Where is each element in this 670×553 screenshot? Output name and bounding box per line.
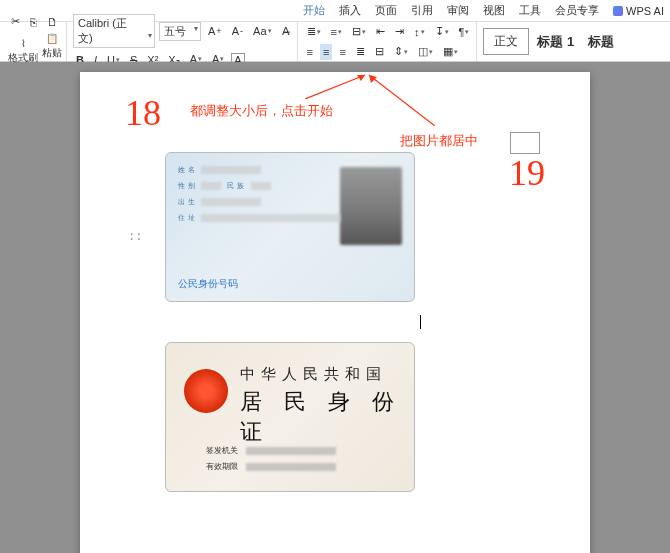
menu-insert[interactable]: 插入: [339, 3, 361, 18]
annotation-text-1: 都调整大小后，点击开始: [190, 102, 333, 120]
id-number-label: 公民身份号码: [178, 277, 238, 291]
svg-line-0: [305, 75, 365, 99]
id-photo: [340, 167, 402, 245]
menu-tools[interactable]: 工具: [519, 3, 541, 18]
document-canvas: 18 都调整大小后，点击开始 把图片都居中 19 :: 姓 名 性 别民 族 出…: [0, 62, 670, 553]
selection-handle: [510, 132, 540, 154]
multilevel-icon[interactable]: ⊟▾: [349, 23, 369, 40]
blurred-value: [201, 166, 261, 174]
id-issuer-label: 签发机关: [206, 445, 238, 456]
align-center-icon[interactable]: ≡: [320, 44, 332, 60]
decrease-indent-icon[interactable]: ⇤: [373, 23, 388, 40]
id-back-title-line1: 中华人民共和国: [240, 365, 387, 384]
blurred-value: [201, 214, 341, 222]
font-group: Calibri (正文) 五号 A+ A- Aa▾ A̶ B I U▾ S X²…: [69, 22, 298, 61]
new-icon[interactable]: 🗋: [44, 14, 61, 30]
show-marks-icon[interactable]: ¶▾: [456, 24, 473, 40]
menu-start[interactable]: 开始: [303, 3, 325, 18]
menu-review[interactable]: 审阅: [447, 3, 469, 18]
borders-icon[interactable]: ▦▾: [440, 43, 461, 60]
blurred-value: [201, 198, 261, 206]
id-sex-label: 性 别: [178, 181, 195, 191]
annotation-step-19: 19: [509, 152, 545, 194]
annotation-arrow-2: [365, 71, 435, 126]
wpsai-icon: [613, 6, 623, 16]
paste-icon: 📋: [46, 33, 58, 44]
paragraph-group: ≣▾ ≡▾ ⊟▾ ⇤ ⇥ ↕▾ ↧▾ ¶▾ ≡ ≡ ≡ ≣ ⊟ ⇕▾ ◫▾ ▦▾: [300, 22, 478, 61]
id-back-title-line2: 居 民 身 份 证: [240, 387, 414, 447]
grow-font-icon[interactable]: A+: [205, 23, 225, 39]
align-distribute-icon[interactable]: ⊟: [372, 43, 387, 60]
copy-icon[interactable]: ⎘: [27, 14, 40, 30]
blurred-value: [246, 447, 336, 455]
brush-icon: ⌇: [21, 38, 26, 49]
clipboard-group: ✂ ⎘ 🗋 ⌇格式刷 📋粘贴▾: [4, 22, 67, 61]
svg-marker-3: [369, 75, 377, 83]
id-nation-label: 民 族: [227, 181, 244, 191]
national-emblem-icon: [184, 369, 228, 413]
blurred-value: [251, 182, 271, 190]
font-name-select[interactable]: Calibri (正文): [73, 14, 155, 48]
id-valid-label: 有效期限: [206, 461, 238, 472]
sort-icon[interactable]: ↧▾: [432, 23, 452, 40]
style-heading1[interactable]: 标题 1: [531, 33, 580, 51]
ribbon-toolbar: ✂ ⎘ 🗋 ⌇格式刷 📋粘贴▾ Calibri (正文) 五号 A+ A- Aa…: [0, 22, 670, 62]
id-card-back-image[interactable]: 中华人民共和国 居 民 身 份 证 签发机关 有效期限: [165, 342, 415, 492]
menu-view[interactable]: 视图: [483, 3, 505, 18]
increase-indent-icon[interactable]: ⇥: [392, 23, 407, 40]
id-birth-label: 出 生: [178, 197, 195, 207]
annotation-step-18: 18: [125, 92, 161, 134]
page[interactable]: 18 都调整大小后，点击开始 把图片都居中 19 :: 姓 名 性 别民 族 出…: [80, 72, 590, 553]
wpsai-button[interactable]: WPS AI: [613, 5, 664, 17]
bullets-icon[interactable]: ≣▾: [304, 23, 324, 40]
format-painter-button[interactable]: ⌇格式刷: [8, 38, 38, 65]
menu-page[interactable]: 页面: [375, 3, 397, 18]
svg-line-2: [369, 75, 435, 126]
cut-icon[interactable]: ✂: [8, 13, 23, 30]
blurred-value: [246, 463, 336, 471]
annotation-text-2: 把图片都居中: [400, 132, 478, 150]
align-left-icon[interactable]: ≡: [304, 44, 316, 60]
text-direction-icon[interactable]: ↕▾: [411, 24, 428, 40]
style-body[interactable]: 正文: [483, 28, 529, 55]
styles-group: 正文 标题 1 标题: [479, 22, 624, 61]
numbering-icon[interactable]: ≡▾: [328, 24, 345, 40]
blurred-value: [201, 182, 221, 190]
text-cursor: [420, 315, 421, 329]
clear-format-icon[interactable]: A̶: [279, 23, 293, 40]
id-addr-label: 住 址: [178, 213, 195, 223]
change-case-icon[interactable]: Aa▾: [250, 23, 274, 39]
font-size-select[interactable]: 五号: [159, 22, 201, 41]
image-anchor-icon: ::: [128, 229, 142, 243]
id-card-front-image[interactable]: 姓 名 性 别民 族 出 生 住 址 公民身份号码: [165, 152, 415, 302]
align-right-icon[interactable]: ≡: [336, 44, 348, 60]
style-heading-more[interactable]: 标题: [582, 33, 620, 51]
align-justify-icon[interactable]: ≣: [353, 43, 368, 60]
line-spacing-icon[interactable]: ⇕▾: [391, 43, 411, 60]
shrink-font-icon[interactable]: A-: [229, 23, 246, 39]
menu-reference[interactable]: 引用: [411, 3, 433, 18]
id-name-label: 姓 名: [178, 165, 195, 175]
menu-vip[interactable]: 会员专享: [555, 3, 599, 18]
shading-icon[interactable]: ◫▾: [415, 43, 436, 60]
